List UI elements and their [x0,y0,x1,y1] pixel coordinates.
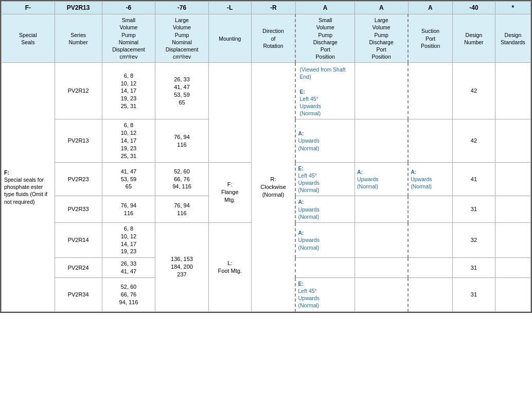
series-pv2r13: PV2R13 [55,119,102,162]
subheader-f: SpecialSeals [2,14,55,63]
header-f: F- [2,2,55,14]
table-row: F: Special seals for phosphate ester typ… [2,63,531,119]
subheader-76: LargeVolumePumpNominalDisplacementcm³/re… [155,14,209,63]
f-description: Special seals for phosphate ester type f… [4,177,47,205]
standards-pv2r24 [495,258,530,278]
subheader-star: DesignStandards [495,14,530,63]
a3-pv2r34 [408,277,452,311]
disp76-pv2r13: 76, 94116 [155,119,209,162]
header-40: -40 [452,2,495,14]
disp6-pv2r23: 41, 4753, 5965 [102,162,155,196]
disp6-pv2r14: 6, 810, 1214, 1719, 23 [102,222,155,257]
disp76-pv2r12: 26, 3341, 4753, 5965 [155,63,209,119]
a2-pv2r14 [355,222,409,257]
standards-pv2r23 [495,162,530,196]
subheader-6: SmallVolumePumpNominalDisplacementcm³/re… [102,14,155,63]
header-a2: A [355,2,409,14]
disp6-pv2r34: 52, 6066, 7694, 116 [102,277,155,311]
design-pv2r33: 31 [452,196,495,223]
a2-pv2r13 [355,119,409,162]
a2-pv2r12 [355,63,409,119]
design-pv2r24: 31 [452,258,495,278]
a2-pv2r34 [355,277,409,311]
a3-pv2r33 [408,196,452,223]
header-l: -L [208,2,251,14]
disp6-pv2r24: 26, 3341, 47 [102,258,155,278]
design-pv2r12: 42 [452,63,495,119]
standards-pv2r33 [495,196,530,223]
disp6-pv2r33: 76, 94116 [102,196,155,223]
subheader-a1 dashed-left: SmallVolumePumpDischargePortPosition [295,14,354,63]
mounting-pv2r12 [208,63,251,162]
design-pv2r14: 32 [452,222,495,257]
rotation-pv2r12: R:Clockwise(Normal) [251,63,295,311]
f-label-cell: F: Special seals for phosphate ester typ… [2,63,55,311]
header-star: * [495,2,530,14]
a3-pv2r24 [408,258,452,278]
design-pv2r34: 31 [452,277,495,311]
f-title: F: [4,169,9,176]
header-76: -76 [155,2,209,14]
subheader-40: DesignNumber [452,14,495,63]
header-r: -R [251,2,295,14]
header-row: F- PV2R13 -6 -76 -L -R A A A -40 * [2,2,531,14]
standards-pv2r34 [495,277,530,311]
a1-pv2r14: A: Upwards (Normal) [295,222,354,257]
header-6: -6 [102,2,155,14]
subheader-row: SpecialSeals SeriesNumber SmallVolumePum… [2,14,531,63]
disp76-pv2r33: 76, 94116 [155,196,209,223]
spec-table: F- PV2R13 -6 -76 -L -R A A A -40 * Speci… [1,1,531,312]
series-pv2r12: PV2R12 [55,63,102,119]
header-a1: A [295,2,354,14]
design-pv2r23: 41 [452,162,495,196]
subheader-a3: SuctionPortPosition [408,14,452,63]
a1-pv2r12: (Viewed from Shaft End) E: Left 45° Upwa… [295,63,354,119]
series-pv2r23: PV2R23 [55,162,102,196]
a1-pv2r13: A: Upwards (Normal) [295,119,354,162]
standards-pv2r14 [495,222,530,257]
a2-pv2r33 [355,196,409,223]
a2-pv2r23: A: Upwards (Normal) [355,162,409,196]
disp6-pv2r12: 6, 810, 1214, 1719, 2325, 31 [102,63,155,119]
series-pv2r33: PV2R33 [55,196,102,223]
disp76-pv2r14: 136, 153184, 200237 [155,222,209,311]
standards-pv2r13 [495,119,530,162]
subheader-a2: LargeVolumePumpDischargePortPosition [355,14,409,63]
header-a3: A [408,2,452,14]
a2-pv2r24 [355,258,409,278]
disp76-pv2r23: 52, 6066, 7694, 116 [155,162,209,196]
main-table-wrapper: F- PV2R13 -6 -76 -L -R A A A -40 * Speci… [0,0,532,313]
disp6-pv2r13: 6, 810, 1214, 1719, 2325, 31 [102,119,155,162]
subheader-l: Mounting [208,14,251,63]
a3-pv2r14 [408,222,452,257]
series-pv2r24: PV2R24 [55,258,102,278]
header-pv: PV2R13 [55,2,102,14]
a1-pv2r34: E: Left 45° Upwards (Normal) [295,277,354,311]
a1-pv2r23: E: Left 45° Upwards (Normal) [295,162,354,196]
standards-pv2r12 [495,63,530,119]
mounting-pv2r14: L:Foot Mtg. [208,222,251,311]
subheader-r: DirectionofRotation [251,14,295,63]
a1-pv2r33: A: Upwards (Normal) [295,196,354,223]
a1-pv2r24 [295,258,354,278]
subheader-pv: SeriesNumber [55,14,102,63]
a3-pv2r12 [408,63,452,119]
series-pv2r34: PV2R34 [55,277,102,311]
a3-pv2r13 [408,119,452,162]
a3-pv2r23: A: Upwards (Normal) [408,162,452,196]
design-pv2r13: 42 [452,119,495,162]
series-pv2r14: PV2R14 [55,222,102,257]
mounting-pv2r23: F:FlangeMtg. [208,162,251,222]
